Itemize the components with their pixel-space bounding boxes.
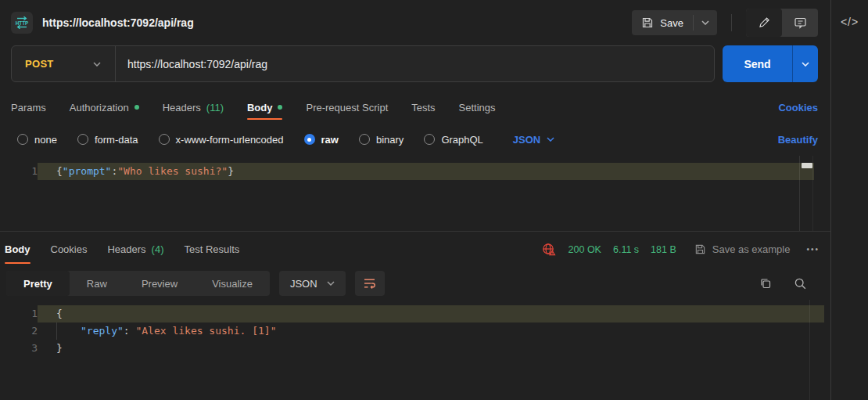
code-content: } xyxy=(38,340,830,357)
green-dot-icon xyxy=(278,105,282,110)
divider xyxy=(731,14,732,31)
svg-text:HTTP: HTTP xyxy=(16,20,29,26)
save-icon xyxy=(641,16,654,29)
edit-comment-toggle-group xyxy=(746,9,818,37)
request-body-editor[interactable]: 1{"prompt":"Who likes sushi?"} xyxy=(0,156,830,231)
tab-label: Headers xyxy=(163,102,201,114)
main-pane: HTTP https://localhost:7092/api/rag xyxy=(0,0,831,400)
request-tab-pre-request-script[interactable]: Pre-request Script xyxy=(306,92,388,123)
response-tab-test-results[interactable]: Test Results xyxy=(185,232,240,267)
http-method-icon: HTTP xyxy=(11,12,33,34)
response-view-controls: PrettyRawPreviewVisualize JSON xyxy=(0,267,830,300)
save-button-label: Save xyxy=(660,17,683,29)
code-line: 1{ xyxy=(0,305,830,323)
view-tab-pretty[interactable]: Pretty xyxy=(6,271,70,296)
radio-label: GraphQL xyxy=(441,134,482,146)
tab-label: Pre-request Script xyxy=(306,102,388,114)
tab-label: Body xyxy=(5,243,30,255)
indent-guide xyxy=(56,323,81,340)
url-bar: POST xyxy=(11,45,715,82)
method-select[interactable]: POST xyxy=(12,46,115,81)
radio-label: x-www-form-urlencoded xyxy=(176,134,284,146)
network-warning-icon[interactable] xyxy=(542,243,557,257)
body-type-radio-graphql[interactable]: GraphQL xyxy=(424,134,482,146)
response-tab-body[interactable]: Body xyxy=(5,232,30,267)
line-number: 3 xyxy=(0,340,38,357)
response-body-editor[interactable]: 1{2"reply": "Alex likes sushi. [1]"3} xyxy=(0,300,830,400)
more-options-icon[interactable]: ••• xyxy=(806,245,820,254)
send-options-chevron-down-icon[interactable] xyxy=(792,45,818,82)
url-row: POST Send xyxy=(0,45,830,82)
radio-icon xyxy=(424,134,435,145)
token-key: "reply" xyxy=(81,325,124,337)
request-tab-params[interactable]: Params xyxy=(11,92,46,123)
token-brace: { xyxy=(56,165,63,177)
radio-label: raw xyxy=(321,134,339,146)
save-as-example-button[interactable]: Save as example xyxy=(694,243,791,255)
beautify-link[interactable]: Beautify xyxy=(778,134,818,146)
save-as-example-label: Save as example xyxy=(712,243,791,255)
cookies-link[interactable]: Cookies xyxy=(778,102,818,114)
edit-pencil-icon[interactable] xyxy=(746,9,782,37)
response-tab-cookies[interactable]: Cookies xyxy=(51,232,88,267)
search-icon[interactable] xyxy=(794,277,807,290)
code-snippet-icon[interactable]: </> xyxy=(841,16,859,400)
tab-label: Body xyxy=(247,102,273,114)
response-time[interactable]: 6.11 s xyxy=(613,244,639,255)
response-size[interactable]: 181 B xyxy=(651,244,676,255)
editor-scrollbar-thumb[interactable] xyxy=(802,163,812,168)
send-button[interactable]: Send xyxy=(723,45,792,82)
request-tab-headers[interactable]: Headers(11) xyxy=(163,92,224,123)
body-type-radio-raw[interactable]: raw xyxy=(304,134,339,146)
body-type-row: noneform-datax-www-form-urlencodedrawbin… xyxy=(0,123,830,156)
response-view-segmented: PrettyRawPreviewVisualize xyxy=(6,271,270,296)
code-line: 3} xyxy=(0,340,830,357)
tab-label: Params xyxy=(11,102,46,114)
body-type-radio-none[interactable]: none xyxy=(17,134,57,146)
request-title: https://localhost:7092/api/rag xyxy=(42,16,194,29)
save-options-chevron-down-icon[interactable] xyxy=(694,10,717,35)
status-code[interactable]: 200 OK xyxy=(569,244,601,255)
response-status-area: 200 OK 6.11 s 181 B Save as example ••• xyxy=(542,243,820,257)
comment-icon[interactable] xyxy=(782,9,818,37)
code-line: 2"reply": "Alex likes sushi. [1]" xyxy=(0,323,830,340)
tab-label: Cookies xyxy=(51,243,88,255)
body-language-select[interactable]: JSON xyxy=(513,134,554,146)
radio-label: none xyxy=(34,134,57,146)
view-tab-raw[interactable]: Raw xyxy=(70,271,124,296)
method-chevron-down-icon xyxy=(93,62,101,67)
view-tab-preview[interactable]: Preview xyxy=(124,271,195,296)
line-number: 2 xyxy=(0,323,38,340)
wrap-text-icon[interactable] xyxy=(355,271,385,296)
body-type-radio-form-data[interactable]: form-data xyxy=(77,134,138,146)
save-button-group: Save xyxy=(632,10,717,35)
response-tab-headers[interactable]: Headers(4) xyxy=(107,232,163,267)
response-language-label: JSON xyxy=(290,278,317,290)
tab-count-badge: (11) xyxy=(206,102,224,114)
request-tab-settings[interactable]: Settings xyxy=(459,92,496,123)
request-tab-body[interactable]: Body xyxy=(247,92,283,123)
body-type-radio-x-www-form-urlencoded[interactable]: x-www-form-urlencoded xyxy=(159,134,284,146)
tab-count-badge: (4) xyxy=(152,243,164,255)
token-string: "Who likes sushi?" xyxy=(117,165,228,177)
code-content: "reply": "Alex likes sushi. [1]" xyxy=(38,323,830,340)
response-language-select[interactable]: JSON xyxy=(279,271,346,296)
view-tab-visualize[interactable]: Visualize xyxy=(195,271,270,296)
radio-icon xyxy=(359,134,370,145)
code-line: 1{"prompt":"Who likes sushi?"} xyxy=(0,163,830,180)
green-dot-icon xyxy=(135,105,139,110)
request-tab-tests[interactable]: Tests xyxy=(411,92,435,123)
method-label: POST xyxy=(25,58,54,70)
radio-icon xyxy=(77,134,88,145)
tab-label: Settings xyxy=(459,102,496,114)
copy-icon[interactable] xyxy=(759,277,772,290)
line-number: 1 xyxy=(0,305,38,323)
url-input[interactable] xyxy=(116,46,714,81)
save-button[interactable]: Save xyxy=(632,10,693,35)
body-type-radio-binary[interactable]: binary xyxy=(359,134,404,146)
request-tab-authorization[interactable]: Authorization xyxy=(70,92,139,123)
radio-selected-icon xyxy=(304,134,315,145)
token-brace: { xyxy=(56,308,63,319)
code-content: {"prompt":"Who likes sushi?"} xyxy=(38,163,814,180)
token-punct: : xyxy=(124,325,136,337)
